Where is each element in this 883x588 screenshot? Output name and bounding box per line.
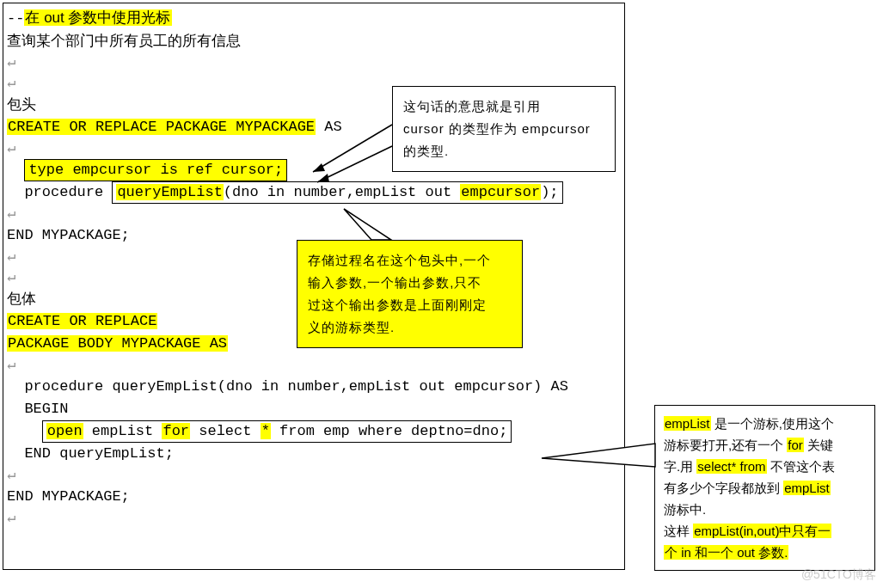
- code-line: 查询某个部门中所有员工的所有信息: [3, 30, 624, 52]
- code-line: END MYPACKAGE;: [3, 486, 624, 508]
- code-line: END queryEmpList;: [3, 443, 624, 465]
- code-line: BEGIN: [3, 398, 624, 420]
- blank-line: ↵: [3, 508, 624, 529]
- blank-line: ↵: [3, 355, 624, 376]
- code-line: procedure queryEmpList(dno in number,emp…: [3, 181, 624, 204]
- type-def-box: type empcursor is ref cursor;: [24, 159, 287, 181]
- blank-line: ↵: [3, 204, 624, 224]
- code-line: procedure queryEmpList(dno in number,emp…: [3, 376, 624, 398]
- blank-line: ↵: [3, 52, 624, 73]
- callout-cursor-type: 这句话的意思就是引用 cursor 的类型作为 empcursor 的类型.: [392, 86, 616, 172]
- callout-proc-desc: 存储过程名在这个包头中,一个 输入参数,一个输出参数,只不 过这个输出参数是上面…: [297, 240, 523, 348]
- proc-name-box: queryEmpList(dno in number,empList out e…: [112, 181, 562, 204]
- callout-emplist: empList 是一个游标,使用这个 游标要打开,还有一个 for 关键 字.用…: [654, 405, 875, 571]
- open-for-box: open empList for select * from emp where…: [42, 420, 512, 443]
- comment-hl: 在 out 参数中使用光标: [24, 9, 171, 26]
- code-line: --在 out 参数中使用光标: [3, 7, 624, 30]
- blank-line: ↵: [3, 465, 624, 486]
- package-header-hl: CREATE OR REPLACE PACKAGE MYPACKAGE: [7, 119, 316, 135]
- watermark: @51CTO博客: [801, 567, 876, 583]
- code-line: open empList for select * from emp where…: [3, 420, 624, 443]
